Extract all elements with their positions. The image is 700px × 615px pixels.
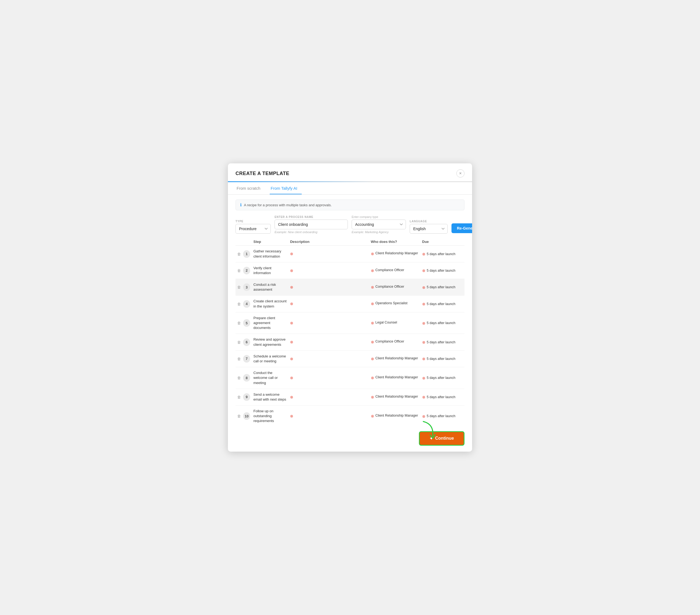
delete-icon[interactable]: 🗑 (237, 340, 241, 344)
table-row: 🗑 6 Review and approve client agreements… (236, 334, 464, 350)
due-error-icon: ⊗ (422, 252, 425, 256)
process-name-group: ENTER A PROCESS NAME Example: New client… (275, 216, 348, 234)
company-type-hint: Example: Marketing Agency (352, 231, 406, 234)
step-name: Verify client information (252, 266, 288, 275)
step-due: ⊗ 5 days after launch (421, 302, 464, 306)
desc-error-icon: ⊗ (290, 301, 293, 307)
step-assignee: ⊗ Compliance Officer (369, 339, 421, 345)
step-name: Follow up on outstanding requirements (252, 409, 288, 424)
due-error-icon: ⊗ (422, 414, 425, 418)
tab-from-scratch[interactable]: From scratch (236, 182, 265, 194)
row-controls: 🗑 4 (236, 300, 252, 308)
due-error-icon: ⊗ (422, 321, 425, 325)
process-name-input[interactable] (275, 220, 348, 229)
table-row: 🗑 5 Prepare client agreement documents ⊗… (236, 312, 464, 334)
info-bar: ℹ A recipe for a process with multiple t… (236, 199, 464, 210)
step-due: ⊗ 5 days after launch (421, 268, 464, 273)
step-description: ⊗ (288, 251, 369, 257)
step-due: ⊗ 5 days after launch (421, 376, 464, 380)
step-name: Conduct a risk assessment (252, 282, 288, 292)
row-controls: 🗑 1 (236, 250, 252, 258)
row-controls: 🗑 5 (236, 319, 252, 327)
who-error-icon: ⊗ (371, 395, 374, 400)
delete-icon[interactable]: 🗑 (237, 252, 241, 256)
type-group: TYPE Procedure Document Form (236, 220, 271, 234)
tab-from-ai[interactable]: From Tallyfy AI (270, 182, 302, 194)
row-controls: 🗑 6 (236, 339, 252, 346)
delete-icon[interactable]: 🗑 (237, 376, 241, 380)
table-row: 🗑 3 Conduct a risk assessment ⊗ ⊗ Compli… (236, 279, 464, 296)
table-row: 🗑 1 Gather necessary client information … (236, 246, 464, 262)
language-select[interactable]: English Spanish French German (410, 224, 448, 234)
row-controls: 🗑 3 (236, 283, 252, 291)
table-row: 🗑 10 Follow up on outstanding requiremen… (236, 405, 464, 427)
step-number: 10 (243, 412, 250, 420)
step-assignee: ⊗ Legal Counsel (369, 320, 421, 326)
company-type-label: Enter company type (352, 215, 406, 219)
delete-icon[interactable]: 🗑 (237, 268, 241, 273)
who-error-icon: ⊗ (371, 321, 374, 326)
step-number: 8 (243, 374, 250, 382)
col-controls (236, 239, 252, 244)
step-name: Create client account in the system (252, 299, 288, 309)
step-due: ⊗ 5 days after launch (421, 321, 464, 325)
who-error-icon: ⊗ (371, 301, 374, 307)
delete-icon[interactable]: 🗑 (237, 357, 241, 361)
desc-error-icon: ⊗ (290, 414, 293, 419)
company-type-select[interactable]: Accounting Marketing Agency Technology (352, 220, 406, 229)
step-assignee: ⊗ Client Relationship Manager (369, 413, 421, 419)
due-error-icon: ⊗ (422, 340, 425, 344)
step-description: ⊗ (288, 339, 369, 345)
step-due: ⊗ 5 days after launch (421, 356, 464, 361)
tabs-container: From scratch From Tallyfy AI (228, 182, 472, 195)
step-name: Prepare client agreement documents (252, 316, 288, 331)
step-due: ⊗ 5 days after launch (421, 414, 464, 418)
table-row: 🗑 7 Schedule a welcome call or meeting ⊗… (236, 350, 464, 367)
step-description: ⊗ (288, 394, 369, 400)
step-assignee: ⊗ Compliance Officer (369, 284, 421, 290)
row-controls: 🗑 8 (236, 374, 252, 382)
step-number: 3 (243, 283, 250, 291)
due-error-icon: ⊗ (422, 357, 425, 361)
process-name-hint: Example: New client onboarding (275, 231, 348, 234)
who-error-icon: ⊗ (371, 376, 374, 381)
type-select[interactable]: Procedure Document Form (236, 224, 271, 234)
desc-error-icon: ⊗ (290, 268, 293, 273)
col-description: Description (288, 239, 369, 244)
table-section: Step Description Who does this? Due 🗑 1 … (228, 236, 472, 427)
who-error-icon: ⊗ (371, 356, 374, 362)
continue-button[interactable]: ✦ Continue (419, 431, 464, 446)
type-select-wrap: Procedure Document Form (236, 224, 271, 234)
step-due: ⊗ 5 days after launch (421, 395, 464, 399)
step-number: 7 (243, 355, 250, 362)
row-controls: 🗑 10 (236, 412, 252, 420)
desc-error-icon: ⊗ (290, 285, 293, 290)
step-number: 5 (243, 319, 250, 327)
delete-icon[interactable]: 🗑 (237, 321, 241, 325)
regen-button[interactable]: Re-Generate (451, 223, 472, 233)
step-name: Send a welcome email with next steps (252, 392, 288, 402)
delete-icon[interactable]: 🗑 (237, 302, 241, 306)
table-body: 🗑 1 Gather necessary client information … (236, 246, 464, 427)
step-assignee: ⊗ Client Relationship Manager (369, 375, 421, 381)
step-name: Review and approve client agreements (252, 337, 288, 347)
due-error-icon: ⊗ (422, 268, 425, 273)
desc-error-icon: ⊗ (290, 395, 293, 400)
delete-icon[interactable]: 🗑 (237, 285, 241, 289)
who-error-icon: ⊗ (371, 285, 374, 290)
due-error-icon: ⊗ (422, 285, 425, 290)
desc-error-icon: ⊗ (290, 376, 293, 381)
step-description: ⊗ (288, 375, 369, 381)
form-row: TYPE Procedure Document Form ENTER A PRO… (228, 210, 472, 236)
delete-icon[interactable]: 🗑 (237, 414, 241, 418)
table-row: 🗑 9 Send a welcome email with next steps… (236, 389, 464, 405)
step-description: ⊗ (288, 320, 369, 326)
process-name-label: ENTER A PROCESS NAME (275, 216, 348, 219)
close-button[interactable]: × (457, 169, 464, 177)
col-step: Step (252, 239, 288, 244)
delete-icon[interactable]: 🗑 (237, 395, 241, 399)
desc-error-icon: ⊗ (290, 340, 293, 345)
step-assignee: ⊗ Client Relationship Manager (369, 251, 421, 257)
who-error-icon: ⊗ (371, 251, 374, 257)
language-group: LANGUAGE English Spanish French German (410, 220, 448, 234)
